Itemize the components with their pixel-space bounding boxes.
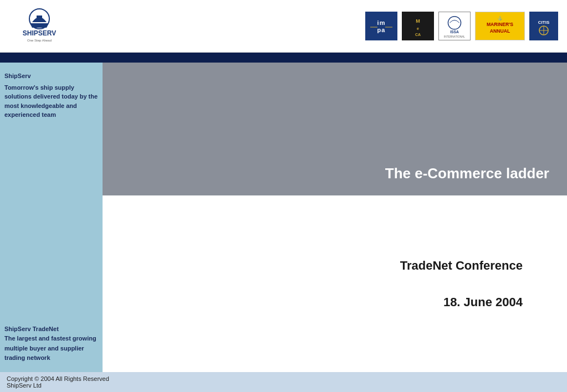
footer-col: Copyright © 2004 All Rights Reserved Shi… bbox=[7, 375, 109, 389]
navy-bar bbox=[0, 53, 567, 63]
svg-text:⚓: ⚓ bbox=[498, 16, 503, 20]
shipserv-logo: SHIPSERV One Step Ahead bbox=[9, 7, 70, 45]
partner-logos: im pa M e CA ISSA INTERNATION bbox=[365, 12, 558, 40]
svg-text:MARINER'S: MARINER'S bbox=[487, 22, 513, 27]
svg-text:SHIPSERV: SHIPSERV bbox=[23, 29, 56, 37]
svg-text:CA: CA bbox=[415, 33, 421, 37]
sidebar-bottom: ShipServ TradeNet The largest and fastes… bbox=[4, 324, 98, 363]
tradenet-title: ShipServ TradeNet bbox=[4, 324, 98, 334]
footer-company: ShipServ Ltd bbox=[7, 382, 109, 389]
footer-copyright: Copyright © 2004 All Rights Reserved bbox=[7, 375, 109, 382]
svg-rect-1 bbox=[37, 16, 42, 22]
svg-text:M: M bbox=[416, 18, 420, 24]
svg-text:CITIS: CITIS bbox=[538, 20, 550, 25]
logo-area: SHIPSERV One Step Ahead bbox=[9, 7, 70, 45]
slide-title: The e-Commerce ladder bbox=[385, 165, 549, 182]
sidebar-top: ShipServ Tomorrow's ship supply solution… bbox=[4, 71, 98, 120]
sidebar-tagline: Tomorrow's ship supply solutions deliver… bbox=[4, 83, 98, 120]
content-area: The e-Commerce ladder TradeNet Conferenc… bbox=[103, 63, 567, 372]
main-layout: ShipServ Tomorrow's ship supply solution… bbox=[0, 63, 567, 372]
conference-title: TradeNet Conference bbox=[400, 259, 523, 273]
svg-text:pa: pa bbox=[377, 27, 386, 33]
svg-text:ANNUAL: ANNUAL bbox=[490, 28, 510, 34]
svg-text:One Step Ahead: One Step Ahead bbox=[27, 39, 52, 42]
mariners-annual-logo: ⚓ MARINER'S ANNUAL bbox=[475, 12, 525, 40]
impa-logo: im pa bbox=[365, 12, 397, 40]
citis-logo: CITIS bbox=[529, 12, 558, 40]
svg-text:INTERNATIONAL: INTERNATIONAL bbox=[444, 35, 465, 38]
conference-date: 18. June 2004 bbox=[443, 295, 523, 310]
tradenet-desc: The largest and fastest growing multiple… bbox=[4, 334, 98, 363]
issa-logo: ISSA INTERNATIONAL bbox=[438, 12, 471, 40]
slide-top: The e-Commerce ladder bbox=[103, 63, 567, 195]
meca-logo: M e CA bbox=[402, 12, 434, 40]
sidebar-company: ShipServ bbox=[4, 71, 98, 81]
sidebar: ShipServ Tomorrow's ship supply solution… bbox=[0, 63, 103, 372]
svg-text:ISSA: ISSA bbox=[450, 30, 459, 34]
footer: Copyright © 2004 All Rights Reserved Shi… bbox=[0, 372, 567, 392]
svg-text:im: im bbox=[377, 19, 386, 26]
header: SHIPSERV One Step Ahead im pa M e CA bbox=[0, 0, 567, 53]
svg-text:e: e bbox=[417, 27, 419, 30]
slide-bottom: TradeNet Conference 18. June 2004 bbox=[103, 195, 567, 372]
